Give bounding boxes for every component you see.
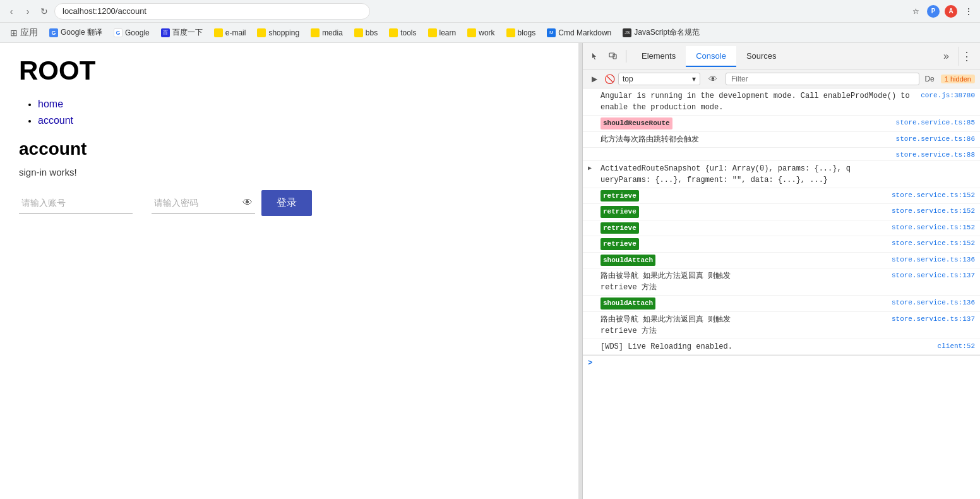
bookmark-google[interactable]: G Google <box>109 26 155 40</box>
console-message: ActivatedRouteSnapshot {url: Array(0), p… <box>601 163 970 186</box>
console-toolbar: ▶ 🚫 top ▾ 👁 De 1 hidden <box>583 70 980 88</box>
page-content: ROOT home account account sign-in works!… <box>0 43 578 499</box>
extensions-icon[interactable]: P <box>927 5 940 18</box>
account-link[interactable]: account <box>38 115 73 126</box>
console-entry: 路由被导航 如果此方法返回真 则触发retrieve 方法 store.serv… <box>583 268 980 296</box>
devtools-header-toolbar: Elements Console Sources » ⋮ <box>583 43 980 70</box>
console-message: retrieve <box>601 206 887 218</box>
bookmark-bbs[interactable]: bbs <box>349 26 383 40</box>
js-naming-icon: JS <box>623 28 631 37</box>
device-toolbar-button[interactable] <box>606 49 621 64</box>
toggle-password-icon[interactable]: 👁 <box>240 195 255 211</box>
console-source-link[interactable]: store.service.ts:85 <box>896 119 975 126</box>
menu-icon[interactable]: ⋮ <box>962 5 975 18</box>
forward-button[interactable]: › <box>21 5 34 18</box>
console-source-link[interactable]: store.service.ts:136 <box>892 299 975 306</box>
bookmark-work[interactable]: work <box>462 26 499 40</box>
inspect-element-button[interactable] <box>588 49 603 64</box>
console-prompt-arrow[interactable]: > <box>588 359 592 368</box>
bookmark-media[interactable]: media <box>306 26 348 40</box>
main-area: ROOT home account account sign-in works!… <box>0 43 980 499</box>
more-tabs-button[interactable]: » <box>937 45 955 67</box>
shopping-icon <box>257 28 266 37</box>
bookmark-email[interactable]: e-mail <box>209 26 251 40</box>
console-entry: Angular is running in the development mo… <box>583 88 980 116</box>
console-source-link[interactable]: client:52 <box>938 342 975 350</box>
password-wrapper: 👁 <box>152 193 255 213</box>
bookmark-baidu[interactable]: 百 百度一下 <box>156 25 208 40</box>
retrieve-badge: retrieve <box>601 190 639 202</box>
tab-sources[interactable]: Sources <box>736 46 787 67</box>
tab-console[interactable]: Console <box>686 46 736 67</box>
console-source-link[interactable]: store.service.ts:152 <box>892 191 975 199</box>
console-eye-button[interactable]: 👁 <box>707 73 719 85</box>
device-icon <box>609 52 618 61</box>
console-message: retrieve <box>601 190 887 202</box>
console-source-link[interactable]: store.service.ts:88 <box>896 151 975 159</box>
console-source-link[interactable]: core.js:38780 <box>921 92 975 99</box>
bookmark-apps[interactable]: ⊞ 应用 <box>5 25 43 41</box>
console-play-button[interactable]: ▶ <box>588 73 601 85</box>
address-text: localhost:1200/account <box>63 6 146 16</box>
console-stop-button[interactable]: 🚫 <box>603 73 616 85</box>
bookmark-shopping[interactable]: shopping <box>252 26 304 40</box>
bookmark-icon[interactable]: ☆ <box>909 5 922 18</box>
toolbar-separator <box>626 50 626 63</box>
tab-elements[interactable]: Elements <box>631 46 686 67</box>
console-message: 此方法每次路由跳转都会触发 <box>601 134 891 145</box>
console-source-link[interactable]: store.service.ts:136 <box>892 256 975 263</box>
console-source-link[interactable]: store.service.ts:152 <box>892 224 975 231</box>
chevron-down-icon: ▾ <box>692 75 696 83</box>
should-attach-badge: shouldAttach <box>601 298 655 310</box>
console-source-link[interactable]: store.service.ts:152 <box>892 207 975 215</box>
console-context-selector[interactable]: top ▾ <box>618 73 700 85</box>
console-message: retrieve <box>601 238 887 250</box>
bookmark-blogs[interactable]: blogs <box>501 26 541 40</box>
bookmark-tools[interactable]: tools <box>384 26 421 40</box>
devtools-options-button[interactable]: ⋮ <box>958 47 975 66</box>
email-icon <box>214 28 223 37</box>
username-input[interactable] <box>19 193 133 213</box>
home-link[interactable]: home <box>38 99 63 109</box>
apps-icon: ⊞ <box>10 28 18 38</box>
console-message: shouldReuseRoute <box>601 117 891 129</box>
console-source-link[interactable]: store.service.ts:152 <box>892 239 975 247</box>
login-button[interactable]: 登录 <box>261 190 312 216</box>
console-entry: retrieve store.service.ts:152 <box>583 204 980 220</box>
password-input[interactable] <box>152 193 240 213</box>
console-entry: retrieve store.service.ts:152 <box>583 188 980 205</box>
console-message: 路由被导航 如果此方法返回真 则触发retrieve 方法 <box>601 314 887 337</box>
back-button[interactable]: ‹ <box>5 5 18 18</box>
page-title: ROOT <box>19 56 559 86</box>
list-item: account <box>38 115 559 126</box>
console-source-link[interactable]: store.service.ts:86 <box>896 135 975 143</box>
console-entry: 此方法每次路由跳转都会触发 store.service.ts:86 <box>583 132 980 148</box>
default-levels-label: De <box>924 75 934 83</box>
bookmark-cmd-markdown[interactable]: M Cmd Markdown <box>542 26 616 40</box>
reload-button[interactable]: ↻ <box>38 5 51 18</box>
should-attach-badge: shouldAttach <box>601 255 655 267</box>
login-form: 👁 登录 <box>19 190 559 216</box>
context-label: top <box>623 75 633 83</box>
baidu-icon: 百 <box>161 28 170 37</box>
profile-icon[interactable]: A <box>945 5 957 18</box>
google-icon: G <box>114 28 122 37</box>
bookmark-js-naming[interactable]: JS JavaScript命名规范 <box>618 25 705 40</box>
console-message: [WDS] Live Reloading enabled. <box>601 341 933 352</box>
console-message: Angular is running in the development mo… <box>601 90 916 113</box>
console-message: 路由被导航 如果此方法返回真 则触发retrieve 方法 <box>601 270 887 293</box>
bookmark-learn[interactable]: learn <box>423 26 462 40</box>
console-source-link[interactable]: store.service.ts:137 <box>892 272 975 279</box>
hidden-count-badge: 1 hidden <box>941 75 975 83</box>
section-subtitle: sign-in works! <box>19 167 559 177</box>
expand-triangle-icon[interactable]: ▶ <box>588 164 595 172</box>
console-source-link[interactable]: store.service.ts:137 <box>892 315 975 323</box>
section-title: account <box>19 139 559 159</box>
retrieve-badge: retrieve <box>601 206 639 218</box>
console-filter-input[interactable] <box>726 73 919 85</box>
bookmark-google-translate[interactable]: G Google 翻译 <box>44 25 107 40</box>
should-reuse-route-badge: shouldReuseRoute <box>601 117 672 129</box>
console-prompt-input[interactable] <box>596 358 975 368</box>
console-entry: ▶ ActivatedRouteSnapshot {url: Array(0),… <box>583 161 980 188</box>
address-bar[interactable]: localhost:1200/account <box>54 3 370 20</box>
